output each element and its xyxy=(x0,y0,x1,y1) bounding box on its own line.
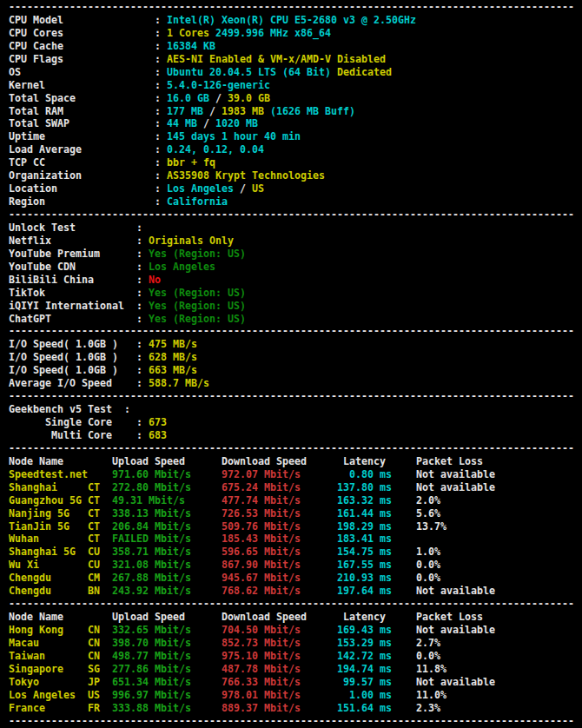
packet-loss: 13.7% xyxy=(392,520,446,533)
separator-dashes: ----------------------------------------… xyxy=(9,325,574,337)
upload-speed: FAILED Mbit/s xyxy=(100,533,191,545)
field-value: 628 MB/s xyxy=(149,351,197,363)
info-line: Average I/O Speed : 588.7 MB/s xyxy=(9,377,582,390)
col-header-upload-speed: Upload Speed xyxy=(63,611,185,623)
info-line: Total SWAP : 44 MB / 1020 MB xyxy=(9,117,582,130)
node-region-code: CN xyxy=(45,650,100,662)
latency: 210.93 ms xyxy=(301,572,392,584)
field-colon: : xyxy=(94,274,149,286)
field-label: Total RAM xyxy=(9,105,63,117)
node-name: Taiwan xyxy=(9,650,45,662)
node-name: Nanjing 5G xyxy=(9,507,69,520)
download-speed: 972.07 Mbit/s xyxy=(191,468,301,480)
node-name: Shanghai 5G xyxy=(9,546,76,558)
col-header-latency: Latency xyxy=(307,611,386,623)
field-colon: : xyxy=(76,222,149,234)
field-colon: : xyxy=(45,287,149,299)
field-label: CPU Flags xyxy=(9,53,63,65)
info-line: Single Core : 673 xyxy=(9,416,582,429)
table-row: TianJin 5G CT 206.84 Mbit/s 509.76 Mbit/… xyxy=(9,520,582,533)
field-label: TikTok xyxy=(9,287,45,299)
field-colon: : xyxy=(63,53,167,65)
field-value: 0.24, 0.12, 0.04 xyxy=(167,143,264,156)
terminal-output[interactable]: ----------------------------------------… xyxy=(0,0,582,728)
upload-speed: 49.31 Mbit/s xyxy=(100,494,185,506)
field-value: No xyxy=(149,274,161,286)
field-label: iQIYI International xyxy=(9,300,124,312)
upload-speed: 333.88 Mbit/s xyxy=(100,702,191,714)
table-row: Guangzhou 5G CT 49.31 Mbit/s 477.74 Mbit… xyxy=(9,494,582,507)
info-line: CPU Cores : 1 Cores 2499.996 MHz x86_64 xyxy=(9,27,582,40)
field-colon: : xyxy=(63,14,167,26)
upload-speed: 398.70 Mbit/s xyxy=(100,637,191,649)
field-label: OS xyxy=(9,66,21,78)
separator-dashes: ----------------------------------------… xyxy=(9,390,574,402)
field-label: Total SWAP xyxy=(9,117,69,129)
node-name: Singapore xyxy=(9,663,63,675)
field-value: Originals Only xyxy=(149,235,234,247)
packet-loss: 11.8% xyxy=(392,663,446,675)
download-speed: 726.53 Mbit/s xyxy=(191,507,301,520)
info-line: Organization : AS35908 Krypt Technologie… xyxy=(9,169,582,182)
node-region-code: CM xyxy=(51,572,100,584)
latency: 169.43 ms xyxy=(301,624,392,636)
latency: 153.29 ms xyxy=(301,637,392,649)
col-header-packet-loss: Packet Loss xyxy=(386,611,483,623)
node-name: Wu Xi xyxy=(9,559,39,571)
table-row: Wuhan CT FAILED Mbit/s 185.43 Mbit/s 183… xyxy=(9,533,582,546)
node-name: France xyxy=(9,702,45,714)
field-label: CPU Cores xyxy=(9,27,63,39)
node-region-code: BN xyxy=(51,585,100,597)
field-label: Uptime xyxy=(9,130,45,142)
info-line: I/O Speed( 1.0GB ) : 475 MB/s xyxy=(9,338,582,351)
upload-speed: 277.86 Mbit/s xyxy=(100,663,191,675)
separator-line: ----------------------------------------… xyxy=(9,208,582,222)
field-label: YouTube Premium xyxy=(9,248,100,260)
field-colon: : xyxy=(45,195,167,208)
field-value: AES-NI Enabled & VM-x/AMD-V Disabled xyxy=(167,53,386,65)
field-label: CPU Model xyxy=(9,14,63,26)
col-header-packet-loss: Packet Loss xyxy=(386,455,483,467)
field-colon: : xyxy=(57,182,167,195)
latency: 167.55 ms xyxy=(301,559,392,571)
field-colon: : xyxy=(76,92,167,104)
info-line: Uptime : 145 days 1 hour 40 min xyxy=(9,130,582,143)
field-colon: : xyxy=(63,40,167,52)
field-colon: : xyxy=(69,117,167,129)
field-value: 683 xyxy=(149,429,167,441)
field-value: Yes (Region: US) xyxy=(149,248,246,260)
info-line: Load Average : 0.24, 0.12, 0.04 xyxy=(9,143,582,156)
field-label: I/O Speed( 1.0GB ) xyxy=(9,364,118,376)
table-row: Shanghai 5G CU 358.71 Mbit/s 596.65 Mbit… xyxy=(9,546,582,559)
field-value: 663 MB/s xyxy=(149,364,197,376)
field-value: 588.7 MB/s xyxy=(149,377,209,389)
separator-line: ----------------------------------------… xyxy=(9,1,582,14)
download-speed: 185.43 Mbit/s xyxy=(191,533,301,545)
field-value: / xyxy=(203,117,215,129)
download-speed: 867.90 Mbit/s xyxy=(191,559,301,571)
download-speed: 704.50 Mbit/s xyxy=(191,624,301,636)
table-row: Chengdu CM 267.88 Mbit/s 945.67 Mbit/s 2… xyxy=(9,572,582,585)
node-region-code: US xyxy=(76,689,100,701)
packet-loss: 2.7% xyxy=(392,637,440,649)
separator-dashes: ----------------------------------------… xyxy=(9,208,574,221)
col-header-latency: Latency xyxy=(307,455,386,467)
node-region-code: CU xyxy=(39,559,100,571)
field-colon: : xyxy=(124,300,149,312)
latency: 151.64 ms xyxy=(301,702,392,714)
field-label: Kernel xyxy=(9,79,45,91)
node-region-code: CT xyxy=(69,520,100,533)
field-value: 145 days 1 hour 40 min xyxy=(167,130,301,142)
latency: 183.41 ms xyxy=(301,533,392,545)
info-line: I/O Speed( 1.0GB ) : 628 MB/s xyxy=(9,351,582,364)
node-region-code: CT xyxy=(57,481,100,493)
latency: 197.64 ms xyxy=(301,585,392,597)
download-speed: 509.76 Mbit/s xyxy=(191,520,301,533)
info-line: Unlock Test : xyxy=(9,222,582,235)
field-label: Netflix xyxy=(9,235,51,247)
field-colon: : xyxy=(100,248,149,260)
upload-speed: 996.97 Mbit/s xyxy=(100,689,191,701)
col-header-node-name: Node Name xyxy=(9,611,63,623)
field-value: / xyxy=(209,105,222,117)
field-colon: : xyxy=(112,403,136,415)
